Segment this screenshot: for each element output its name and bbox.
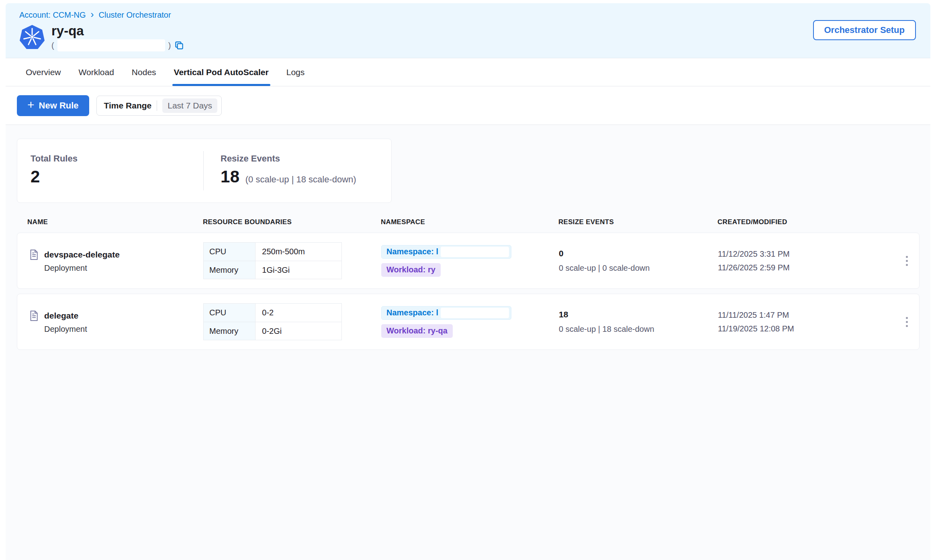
created-modified-cell: 11/12/2025 3:31 PM 11/26/2025 2:59 PM xyxy=(718,247,903,274)
total-rules-stat: Total Rules 2 xyxy=(17,139,203,202)
table-header: NAME RESOURCE BOUNDARIES NAMESPACE RESIZ… xyxy=(17,218,920,226)
total-rules-value: 2 xyxy=(31,167,203,186)
content-area: Total Rules 2 Resize Events 18 (0 scale-… xyxy=(6,125,930,560)
cpu-value: 0-2 xyxy=(255,304,341,322)
memory-label: Memory xyxy=(204,322,255,340)
new-rule-label: New Rule xyxy=(39,100,79,111)
table-row: delegate Deployment CPU 0-2 Memory 0-2Gi xyxy=(17,294,920,350)
app-container: Account: CCM-NG › Cluster Orchestrator xyxy=(6,3,930,560)
column-header-resize-events: RESIZE EVENTS xyxy=(558,218,717,226)
tab-workload[interactable]: Workload xyxy=(79,58,114,86)
column-header-namespace: NAMESPACE xyxy=(381,218,558,226)
workload-badge: Workload: ry-qa xyxy=(381,324,453,338)
created-date: 11/12/2025 3:31 PM xyxy=(718,247,903,261)
namespace-redacted xyxy=(441,247,509,257)
table-row: devspace-delegate Deployment CPU 250m-50… xyxy=(17,233,920,289)
page: Account: CCM-NG › Cluster Orchestrator xyxy=(0,0,936,560)
namespace-redacted xyxy=(441,308,509,318)
tab-overview[interactable]: Overview xyxy=(26,58,61,86)
resize-events-stat: Resize Events 18 (0 scale-up | 18 scale-… xyxy=(204,139,356,202)
tab-nodes[interactable]: Nodes xyxy=(132,58,156,86)
memory-label: Memory xyxy=(204,261,255,279)
namespace-text: Namespace: l xyxy=(386,308,438,317)
tab-bar: Overview Workload Nodes Vertical Pod Aut… xyxy=(6,58,930,86)
resize-count: 0 xyxy=(559,249,718,258)
namespace-link[interactable]: Namespace: l xyxy=(381,306,511,320)
rule-name: delegate xyxy=(44,311,78,321)
modified-date: 11/19/2025 12:08 PM xyxy=(718,322,903,335)
column-header-resource-boundaries: RESOURCE BOUNDARIES xyxy=(203,218,381,226)
modified-date: 11/26/2025 2:59 PM xyxy=(718,261,903,274)
cluster-header: Account: CCM-NG › Cluster Orchestrator xyxy=(6,3,930,58)
resize-events-label: Resize Events xyxy=(221,153,356,164)
time-range-picker[interactable]: Time Range Last 7 Days xyxy=(96,96,222,116)
column-header-created-modified: CREATED/MODIFIED xyxy=(717,218,902,226)
resource-boundaries-cell: CPU 250m-500m Memory 1Gi-3Gi xyxy=(203,242,381,279)
resource-boundaries-cell: CPU 0-2 Memory 0-2Gi xyxy=(203,303,381,340)
memory-value: 1Gi-3Gi xyxy=(255,261,341,279)
tab-logs[interactable]: Logs xyxy=(286,58,305,86)
row-menu-kebab-icon[interactable] xyxy=(903,313,911,331)
time-range-label: Time Range xyxy=(104,101,152,110)
cpu-label: CPU xyxy=(204,304,255,322)
rule-kind: Deployment xyxy=(44,264,203,273)
document-icon xyxy=(28,249,40,261)
orchestrator-setup-button[interactable]: Orchestrator Setup xyxy=(813,20,916,40)
namespace-link[interactable]: Namespace: l xyxy=(381,245,511,259)
chevron-right-icon: › xyxy=(91,10,94,20)
time-range-divider xyxy=(157,100,157,111)
breadcrumb-cluster-orchestrator-link[interactable]: Cluster Orchestrator xyxy=(99,10,171,20)
document-icon xyxy=(28,310,40,322)
resize-events-detail: (0 scale-up | 18 scale-down) xyxy=(245,174,356,185)
cpu-label: CPU xyxy=(204,243,255,261)
kubernetes-icon xyxy=(19,24,45,49)
resize-events-cell: 18 0 scale-up | 18 scale-down xyxy=(559,310,718,334)
breadcrumb-account-link[interactable]: Account: CCM-NG xyxy=(19,10,86,20)
resize-count: 18 xyxy=(559,310,718,319)
tab-vertical-pod-autoscaler[interactable]: Vertical Pod AutoScaler xyxy=(174,58,269,86)
resize-events-value: 18 xyxy=(221,167,240,186)
page-title: ry-qa xyxy=(51,24,184,38)
namespace-cell: Namespace: l Workload: ry-qa xyxy=(381,306,559,338)
resize-detail: 0 scale-up | 0 scale-down xyxy=(559,264,718,273)
rule-name-cell: delegate Deployment xyxy=(28,310,203,334)
resize-events-value-row: 18 (0 scale-up | 18 scale-down) xyxy=(221,167,356,186)
rule-kind: Deployment xyxy=(44,325,203,334)
memory-value: 0-2Gi xyxy=(255,322,341,340)
breadcrumb: Account: CCM-NG › Cluster Orchestrator xyxy=(19,10,918,20)
namespace-cell: Namespace: l Workload: ry xyxy=(381,245,559,277)
cluster-id-open-paren: ( xyxy=(51,41,54,50)
plus-icon: + xyxy=(27,99,35,112)
cluster-id-line: ( ) xyxy=(51,39,184,51)
rule-name: devspace-delegate xyxy=(44,250,120,260)
total-rules-label: Total Rules xyxy=(31,153,203,164)
toolbar: + New Rule Time Range Last 7 Days xyxy=(6,86,930,125)
copy-icon[interactable] xyxy=(174,40,184,51)
rule-name-cell: devspace-delegate Deployment xyxy=(28,249,203,273)
cluster-title-row: ry-qa ( ) xyxy=(19,24,918,51)
cluster-id-redacted xyxy=(57,39,165,51)
column-header-name: NAME xyxy=(27,218,203,226)
workload-badge: Workload: ry xyxy=(381,263,441,277)
resize-events-cell: 0 0 scale-up | 0 scale-down xyxy=(559,249,718,273)
summary-card: Total Rules 2 Resize Events 18 (0 scale-… xyxy=(17,139,392,203)
cpu-value: 250m-500m xyxy=(255,243,341,261)
created-date: 11/11/2025 1:47 PM xyxy=(718,308,903,322)
namespace-text: Namespace: l xyxy=(386,247,438,256)
time-range-value: Last 7 Days xyxy=(162,98,217,113)
created-modified-cell: 11/11/2025 1:47 PM 11/19/2025 12:08 PM xyxy=(718,308,903,335)
row-menu-kebab-icon[interactable] xyxy=(903,252,911,270)
cluster-title-block: ry-qa ( ) xyxy=(51,24,184,51)
new-rule-button[interactable]: + New Rule xyxy=(17,95,89,116)
cluster-id-close-paren: ) xyxy=(168,41,171,50)
resize-detail: 0 scale-up | 18 scale-down xyxy=(559,325,718,334)
